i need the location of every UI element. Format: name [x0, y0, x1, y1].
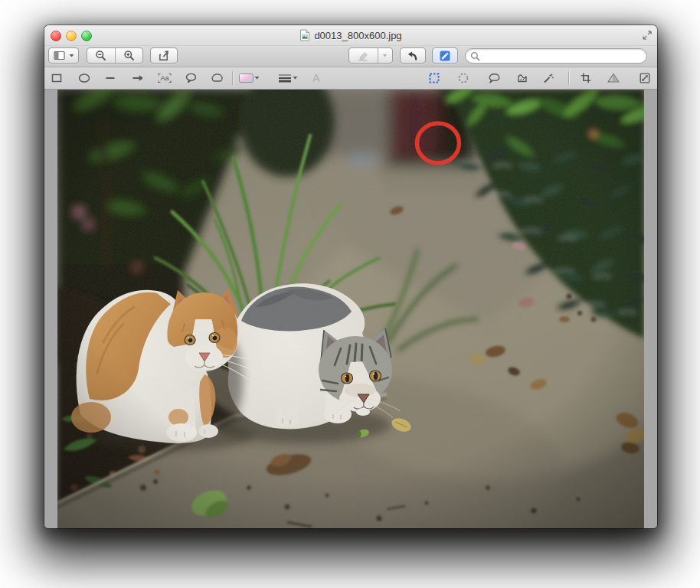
rotate-left-icon: [407, 50, 419, 62]
color-well-icon: [238, 72, 261, 84]
arrow-shape-icon: [131, 72, 145, 84]
adjust-color-prism-icon: [607, 72, 620, 84]
speech-bubble-icon: [185, 72, 198, 84]
zoom-out-icon: [95, 50, 106, 61]
markup-toolbar: Aa: [44, 67, 657, 90]
jpeg-file-icon: [299, 29, 310, 41]
text-style-icon: A: [310, 72, 322, 84]
window-title-text: d0013_800x600.jpg: [314, 30, 401, 41]
oval-shape-icon: [77, 72, 91, 84]
search-field: [465, 48, 647, 64]
zoom-in-button[interactable]: [116, 48, 143, 63]
line-shape-icon: [104, 72, 116, 84]
tool-oval-shape[interactable]: [75, 70, 93, 86]
tool-lasso-selection[interactable]: [485, 70, 503, 86]
chevron-down-icon: [69, 54, 74, 57]
chevron-down-icon: [382, 54, 388, 57]
color-well[interactable]: [237, 70, 263, 86]
svg-text:A: A: [312, 72, 320, 84]
titlebar: d0013_800x600.jpg: [44, 25, 657, 46]
window-title: d0013_800x600.jpg: [44, 25, 657, 45]
line-weight-control[interactable]: [276, 70, 302, 86]
magic-wand-icon: [542, 72, 554, 84]
highlight-button-group: [348, 47, 393, 64]
rectangle-shape-icon: [51, 72, 63, 84]
rotate-left-button[interactable]: [400, 47, 426, 64]
lasso-selection-icon: [488, 72, 501, 84]
markup-pencil-icon: [439, 50, 451, 62]
toolbar-divider: [568, 71, 569, 85]
line-weight-icon: [277, 72, 300, 84]
image-viewport: [44, 90, 657, 528]
text-style-control[interactable]: A: [307, 70, 325, 86]
photo-canvas: [57, 90, 644, 528]
markup-button[interactable]: [432, 47, 458, 64]
screenshot-stage: d0013_800x600.jpg: [0, 0, 700, 588]
tool-text-box[interactable]: Aa: [155, 70, 174, 86]
zoom-in-icon: [123, 50, 135, 61]
search-input[interactable]: [483, 50, 642, 62]
tool-smart-lasso[interactable]: [513, 70, 532, 86]
highlight-dropdown[interactable]: [378, 48, 392, 63]
sidebar-panel-icon: [54, 51, 67, 60]
share-button[interactable]: [150, 47, 178, 64]
zoom-out-button[interactable]: [87, 48, 115, 63]
tool-speech-bubble[interactable]: [182, 70, 200, 86]
tool-adjust-color[interactable]: [604, 70, 623, 86]
fullscreen-arrows-icon[interactable]: [642, 30, 653, 41]
share-icon: [158, 50, 170, 61]
main-toolbar: [44, 46, 657, 67]
highlighter-icon: [357, 51, 370, 61]
view-options-button[interactable]: [48, 47, 79, 64]
thought-cloud-icon: [211, 72, 224, 84]
tool-crop[interactable]: [577, 70, 595, 86]
adjust-size-icon: [639, 72, 651, 84]
toolbar-divider: [232, 71, 233, 85]
svg-text:Aa: Aa: [160, 74, 168, 82]
smart-lasso-icon: [516, 72, 528, 84]
tool-rectangle-shape[interactable]: [47, 70, 66, 86]
zoom-segmented-control: [87, 47, 143, 64]
elliptical-selection-icon: [457, 72, 469, 84]
crop-icon: [580, 72, 592, 84]
search-icon: [470, 51, 480, 61]
tool-rectangular-selection[interactable]: [425, 70, 443, 86]
rectangular-selection-icon: [428, 72, 440, 84]
tool-adjust-size[interactable]: [636, 70, 654, 86]
preview-window: d0013_800x600.jpg: [44, 25, 657, 528]
tool-thought-cloud[interactable]: [208, 70, 226, 86]
highlight-button[interactable]: [349, 48, 378, 63]
tool-instant-alpha-wand[interactable]: [539, 70, 558, 86]
text-box-icon: Aa: [157, 72, 172, 84]
tool-arrow-shape[interactable]: [129, 70, 147, 86]
tool-line-shape[interactable]: [101, 70, 119, 86]
tool-elliptical-selection[interactable]: [454, 70, 473, 86]
